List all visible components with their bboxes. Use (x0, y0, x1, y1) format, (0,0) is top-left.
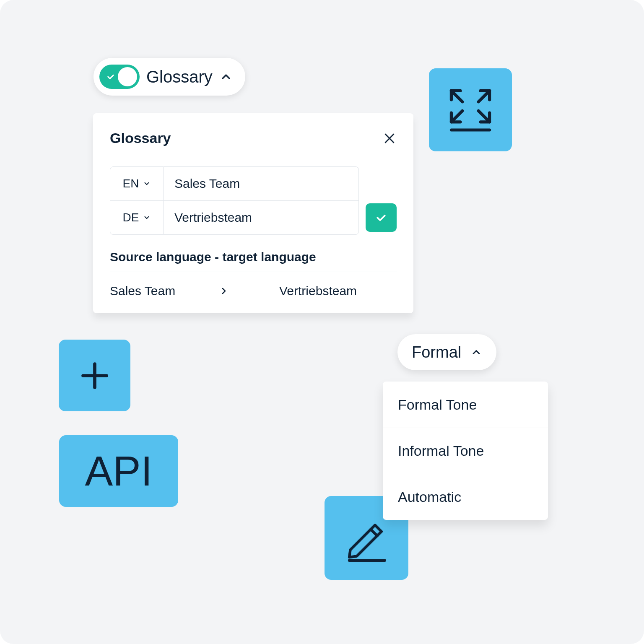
formality-option-label: Automatic (398, 489, 461, 505)
chevron-up-icon (470, 346, 482, 358)
svg-line-0 (451, 91, 462, 101)
target-lang-select[interactable]: DE (110, 200, 164, 235)
chevron-right-icon (219, 286, 229, 296)
svg-line-2 (451, 111, 462, 122)
svg-line-3 (478, 111, 489, 122)
check-icon (106, 72, 115, 81)
confirm-entry-button[interactable] (366, 203, 397, 232)
formality-option-automatic[interactable]: Automatic (383, 474, 548, 520)
expand-icon (445, 85, 496, 135)
glossary-panel-title: Glossary (110, 130, 171, 146)
source-lang-code: EN (123, 177, 139, 190)
formality-option-label: Informal Tone (398, 443, 484, 459)
close-icon[interactable] (382, 131, 397, 145)
target-lang-code: DE (123, 211, 139, 224)
formality-selector[interactable]: Formal (397, 334, 496, 370)
mapping-source-term: Sales Team (110, 284, 219, 298)
check-icon (375, 211, 387, 224)
formality-option-formal[interactable]: Formal Tone (383, 382, 548, 428)
api-tile[interactable]: API (59, 435, 178, 507)
svg-line-1 (478, 91, 489, 101)
source-term-value: Sales Team (174, 177, 240, 191)
glossary-mapping-row: Sales Team Vertriebsteam (110, 272, 397, 298)
glossary-section-label: Source language - target language (110, 250, 397, 272)
source-lang-select[interactable]: EN (110, 166, 164, 201)
source-term-input[interactable]: Sales Team (164, 166, 359, 201)
glossary-panel: Glossary EN Sales Team DE Vertriebsteam (93, 113, 413, 313)
svg-line-9 (371, 530, 377, 536)
switch-knob (118, 67, 137, 86)
formality-option-label: Formal Tone (398, 397, 477, 413)
expand-tile[interactable] (429, 68, 512, 151)
formality-menu: Formal Tone Informal Tone Automatic (383, 382, 548, 520)
formality-option-informal[interactable]: Informal Tone (383, 428, 548, 474)
glossary-toggle-label: Glossary (146, 68, 213, 86)
plus-icon (77, 358, 112, 393)
glossary-switch[interactable] (99, 65, 140, 89)
glossary-toggle-pill[interactable]: Glossary (93, 58, 245, 96)
api-label: API (85, 447, 152, 495)
chevron-down-icon (143, 180, 151, 187)
target-term-value: Vertriebsteam (174, 210, 252, 225)
chevron-up-icon (219, 70, 233, 83)
add-tile[interactable] (59, 340, 130, 411)
formality-selected-label: Formal (412, 343, 461, 361)
target-term-input[interactable]: Vertriebsteam (164, 200, 359, 235)
mapping-target-term: Vertriebsteam (279, 284, 397, 298)
chevron-down-icon (143, 214, 151, 221)
